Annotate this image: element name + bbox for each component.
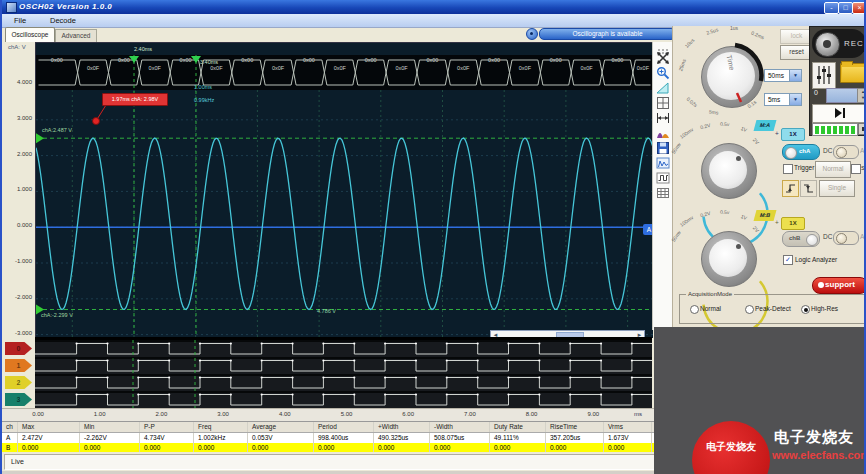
play-button[interactable] bbox=[812, 104, 866, 123]
acquisition-radio-high-res[interactable] bbox=[801, 305, 810, 314]
menu-file[interactable]: File bbox=[14, 16, 26, 25]
fft-icon[interactable] bbox=[656, 156, 670, 170]
bus-value-label: 0x00 bbox=[113, 57, 135, 63]
chb-gain-knob-face bbox=[709, 239, 747, 277]
chevron-down-icon[interactable]: ▼ bbox=[789, 94, 801, 105]
table-header-cell: Vrms bbox=[604, 422, 652, 432]
x-axis-tick: 0.00 bbox=[26, 411, 50, 417]
table-header-cell: P-P bbox=[140, 422, 194, 432]
y-axis-tick: -2.000 bbox=[4, 294, 32, 300]
slow-checkbox[interactable] bbox=[851, 164, 861, 174]
cha-dial-label: 1V bbox=[740, 125, 748, 133]
zoom-icon[interactable] bbox=[656, 66, 670, 80]
x-axis-tick: 6.00 bbox=[396, 411, 420, 417]
x-axis-tick: 7.00 bbox=[458, 411, 482, 417]
bus-value-label: 0x00 bbox=[421, 57, 443, 63]
trigger-normal-button[interactable]: Normal bbox=[815, 161, 851, 178]
battery-button[interactable] bbox=[858, 123, 866, 135]
table-icon[interactable] bbox=[656, 186, 670, 200]
table-cell: A bbox=[2, 433, 18, 443]
table-header-cell: Average bbox=[248, 422, 314, 432]
table-cell: 508.075us bbox=[430, 433, 490, 443]
pan-move-icon[interactable] bbox=[656, 51, 670, 65]
falling-edge-button[interactable] bbox=[800, 180, 817, 197]
rec-pill: REC bbox=[812, 29, 866, 58]
bus-value-label: 0x0F bbox=[144, 65, 166, 71]
y-axis-tick: -3.000 bbox=[4, 330, 32, 336]
level-low-label: chA:-2.299 V bbox=[41, 312, 73, 318]
square-wave-icon[interactable] bbox=[656, 171, 670, 185]
chb-enable-toggle[interactable]: chB bbox=[782, 231, 820, 247]
table-cell: 49.111% bbox=[490, 433, 546, 443]
logic-analyzer-area[interactable] bbox=[35, 340, 652, 408]
record-panel: REC 0 ▲▼ bbox=[809, 26, 866, 136]
minimize-button[interactable]: - bbox=[824, 2, 839, 14]
app-window: OSCH02 Version 1.0.0 - □ × File Decode O… bbox=[0, 0, 866, 474]
slow-label: Slow bbox=[861, 165, 866, 171]
chevron-down-icon[interactable]: ▼ bbox=[789, 70, 801, 81]
cha-attenuation-chip[interactable]: 1X bbox=[781, 128, 805, 141]
logic-waveform-svg bbox=[35, 340, 652, 408]
time-dial-label: 10us bbox=[683, 37, 695, 49]
cha-dial-label: 2V bbox=[752, 137, 761, 146]
chb-dial-label: 50mv bbox=[670, 229, 682, 242]
y-axis-tick: 2.000 bbox=[4, 151, 32, 157]
time-dial-label: 25ms bbox=[677, 58, 687, 72]
chb-attenuation-chip[interactable]: 1X bbox=[781, 217, 805, 230]
watermark-brand: 电子发烧友 bbox=[774, 428, 854, 447]
chb-coupling-toggle[interactable] bbox=[833, 231, 859, 245]
bus-value-label: 0x00 bbox=[236, 57, 258, 63]
bus-value-label: 0x0F bbox=[576, 65, 598, 71]
battery-level bbox=[812, 123, 858, 136]
timebase-select-2[interactable]: 5ms▼ bbox=[764, 93, 802, 106]
x-axis-tick: 1.00 bbox=[88, 411, 112, 417]
table-header-cell: RiseTime bbox=[546, 422, 604, 432]
support-button[interactable]: support bbox=[812, 277, 866, 294]
acquisition-radio-peak-detect[interactable] bbox=[745, 305, 754, 314]
acquisition-radio-normal[interactable] bbox=[690, 305, 699, 314]
maximize-button[interactable]: □ bbox=[838, 2, 853, 14]
battery-bar bbox=[827, 126, 831, 134]
logic-analyzer-label: Logic Analyzer bbox=[795, 256, 837, 263]
timebase-select-1[interactable]: 50ms▼ bbox=[764, 69, 802, 82]
table-header-cell: Max bbox=[18, 422, 80, 432]
status-bar: Live bbox=[2, 452, 654, 471]
chb-atten-plus: + bbox=[775, 219, 779, 226]
cha-enable-toggle[interactable]: chA bbox=[782, 144, 820, 160]
ruler-icon[interactable] bbox=[656, 81, 670, 95]
analog-waveform-svg bbox=[36, 43, 653, 338]
save-icon[interactable] bbox=[656, 141, 670, 155]
logic-analyzer-checkbox[interactable]: ✓ bbox=[783, 255, 793, 265]
table-cell: 357.205us bbox=[546, 433, 604, 443]
banner-indicator-icon[interactable] bbox=[526, 28, 538, 40]
trigger-single-button[interactable]: Single bbox=[819, 180, 855, 197]
peak-to-peak-label: 4.786 V bbox=[317, 308, 336, 314]
mixer-button[interactable] bbox=[812, 62, 836, 89]
y-axis-tick: 4.000 bbox=[4, 79, 32, 85]
waveform-plot[interactable]: chA Logic Analysis State: Live Sample Ra… bbox=[35, 42, 652, 337]
bus-value-label: 0x0F bbox=[329, 65, 351, 71]
measurement-table: chMaxMinP-PFreqAveragePeriod+Width-Width… bbox=[2, 421, 654, 453]
trigger-label: Trigger bbox=[794, 164, 814, 171]
menu-decode[interactable]: Decode bbox=[50, 16, 76, 25]
grid-icon[interactable] bbox=[656, 96, 670, 110]
record-spinner[interactable]: ▲▼ bbox=[857, 88, 866, 103]
rising-edge-button[interactable] bbox=[782, 180, 799, 197]
tab-advanced[interactable]: Advanced bbox=[55, 29, 97, 43]
cha-coupling-toggle[interactable] bbox=[833, 145, 859, 159]
tab-oscilloscope[interactable]: Oscilloscope bbox=[5, 27, 55, 42]
close-button[interactable]: × bbox=[852, 2, 866, 14]
bus-value-label: 0x00 bbox=[298, 57, 320, 63]
y-axis-tick: -1.000 bbox=[4, 258, 32, 264]
bus-value-label: 0x0F bbox=[267, 65, 289, 71]
trigger-checkbox[interactable] bbox=[783, 164, 793, 174]
cha-dial-label: 0.2V bbox=[699, 122, 710, 130]
histogram-icon[interactable] bbox=[656, 126, 670, 140]
bus-value-label: 0x00 bbox=[360, 57, 382, 63]
table-header-cell: Period bbox=[314, 422, 374, 432]
time-dial-label: 5ms bbox=[709, 108, 719, 115]
rec-knob[interactable] bbox=[815, 32, 840, 57]
measurement-row-a[interactable]: A2.472V-2.262V4.734V1.002kHz0.053V998.40… bbox=[2, 433, 654, 443]
measure-width-icon[interactable] bbox=[656, 111, 670, 125]
folder-icon[interactable] bbox=[840, 63, 866, 83]
